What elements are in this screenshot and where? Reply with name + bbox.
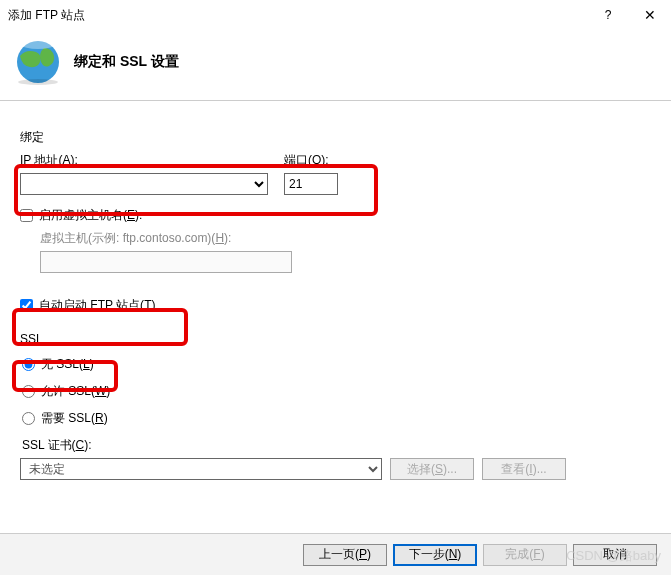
no-ssl-radio[interactable] [22,358,35,371]
help-button[interactable]: ? [587,0,629,30]
page-title: 绑定和 SSL 设置 [74,53,179,71]
require-ssl-radio[interactable] [22,412,35,425]
binding-group: 绑定 IP 地址(A): 端口(O): 启用虚拟主机名(E): 虚拟主机(示例:… [20,129,651,273]
binding-group-label: 绑定 [20,129,651,146]
port-label: 端口(O): [284,152,338,169]
allow-ssl-radio[interactable] [22,385,35,398]
wizard-footer: 上一页(P) 下一步(N) 完成(F) 取消 [0,533,671,575]
require-ssl-label: 需要 SSL(R) [41,410,108,427]
dialog-content: 绑定 IP 地址(A): 端口(O): 启用虚拟主机名(E): 虚拟主机(示例:… [0,101,671,504]
next-button[interactable]: 下一步(N) [393,544,477,566]
no-ssl-label: 无 SSL(L) [41,356,94,373]
view-cert-button: 查看(I)... [482,458,566,480]
ssl-cert-label: SSL 证书(C): [22,437,651,454]
previous-button[interactable]: 上一页(P) [303,544,387,566]
enable-vhost-label: 启用虚拟主机名(E): [39,207,142,224]
ip-address-select[interactable] [20,173,268,195]
svg-point-2 [18,79,58,85]
ssl-group-label: SSL [20,332,651,346]
ssl-group: SSL 无 SSL(L) 允许 SSL(W) 需要 SSL(R) SSL 证书(… [20,332,651,480]
cancel-button[interactable]: 取消 [573,544,657,566]
auto-start-label: 自动启动 FTP 站点(T) [39,297,155,314]
finish-button: 完成(F) [483,544,567,566]
auto-start-row: 自动启动 FTP 站点(T) [20,297,651,314]
enable-vhost-checkbox[interactable] [20,209,33,222]
auto-start-checkbox[interactable] [20,299,33,312]
ssl-cert-select[interactable]: 未选定 [20,458,382,480]
svg-point-1 [22,41,54,49]
wizard-header: 绑定和 SSL 设置 [0,30,671,101]
vhost-input [40,251,292,273]
ip-address-label: IP 地址(A): [20,152,268,169]
select-cert-button: 选择(S)... [390,458,474,480]
close-button[interactable]: ✕ [629,0,671,30]
window-title: 添加 FTP 站点 [8,7,587,24]
allow-ssl-label: 允许 SSL(W) [41,383,110,400]
titlebar: 添加 FTP 站点 ? ✕ [0,0,671,30]
vhost-label: 虚拟主机(示例: ftp.contoso.com)(H): [40,230,651,247]
port-input[interactable] [284,173,338,195]
globe-icon [14,38,62,86]
